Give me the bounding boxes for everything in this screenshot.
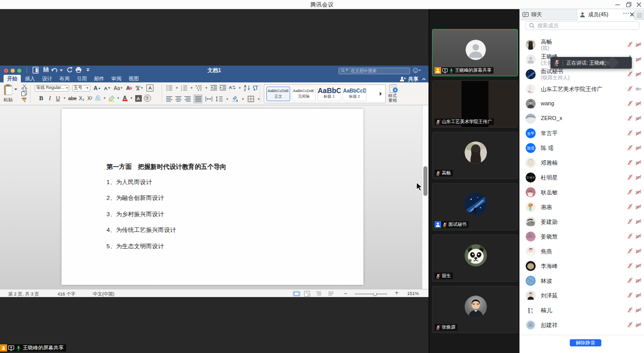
member-row-6[interactable]: 言平常言平 (519, 126, 644, 140)
member-mic-icon[interactable] (627, 71, 633, 77)
tab-chat[interactable]: 聊天 (519, 9, 577, 20)
video-tile-1[interactable]: 山东工艺美术学院王传广 (432, 80, 518, 128)
style-card-标题 1[interactable]: AaBbC标题 1 (317, 86, 341, 101)
member-row-3[interactable]: 山东工艺美术学院王传广 (519, 81, 644, 96)
font-size-select[interactable]: 五号▼ (72, 85, 90, 92)
share-button[interactable]: 共享 (400, 76, 426, 83)
ribbon-tab-3[interactable]: 布局 (56, 75, 73, 82)
multilevel-list-dropdown[interactable]: ▼ (205, 86, 208, 90)
member-mic-icon[interactable] (627, 101, 633, 106)
panel-more-button[interactable]: ··· (623, 11, 630, 16)
text-effects-dropdown[interactable]: ▼ (103, 97, 106, 100)
line-spacing-dropdown[interactable]: ▼ (226, 98, 229, 101)
member-row-5[interactable]: ZERO_x (519, 111, 644, 126)
bold-button[interactable]: B (38, 95, 45, 102)
member-row-10[interactable]: 耿岳敏 (519, 185, 644, 199)
member-row-14[interactable]: 焦燕 (519, 244, 644, 258)
phonetic-guide-button[interactable]: abcA▼ (136, 85, 144, 92)
member-row-11[interactable]: 惠惠 (519, 199, 644, 214)
italic-button[interactable]: I (47, 95, 53, 102)
member-mic-icon[interactable] (627, 322, 633, 328)
underline-button[interactable]: U (55, 95, 61, 102)
bullet-list-button[interactable] (166, 84, 173, 91)
style-card-标题 2[interactable]: AaBbCcD标题 2 (343, 86, 366, 101)
member-mic-icon[interactable] (627, 278, 633, 283)
member-mic-icon[interactable] (627, 86, 633, 92)
member-camera-icon[interactable] (635, 160, 641, 166)
numbered-list-button[interactable]: 123 (181, 84, 188, 91)
video-tile-4[interactable]: 留生 (432, 234, 518, 282)
scrollbar-track[interactable] (422, 105, 428, 289)
style-card-正文[interactable]: AaBbCcDdE正文 (266, 86, 290, 101)
copy-icon[interactable] (21, 91, 27, 96)
char-shading-button[interactable]: A (135, 95, 142, 102)
align-right-button[interactable] (185, 96, 191, 102)
panel-close-button[interactable] (630, 12, 634, 17)
member-row-12[interactable]: 姜建勋 (519, 214, 644, 229)
member-camera-icon[interactable] (635, 189, 641, 195)
character-border-button[interactable]: A (146, 84, 154, 92)
member-camera-icon[interactable] (635, 101, 641, 107)
member-camera-icon[interactable] (635, 56, 641, 63)
close-button[interactable] (636, 2, 642, 8)
member-row-13[interactable]: 姜晓慧 (519, 229, 644, 244)
clear-format-button[interactable]: A (126, 85, 133, 92)
font-name-select[interactable]: 等线 Regular...▼ (35, 85, 69, 92)
strikethrough-button[interactable]: abe (68, 95, 77, 102)
member-mic-icon[interactable] (627, 219, 633, 224)
member-row-0[interactable]: 高畅(我) (519, 37, 644, 52)
ribbon-tab-5[interactable]: 邮件 (90, 75, 108, 82)
unmute-button[interactable]: 解除静音 (570, 339, 601, 346)
status-language[interactable]: 中文(中国) (93, 291, 114, 298)
text-effects-button[interactable]: A (95, 95, 101, 102)
align-center-button[interactable] (175, 96, 181, 102)
highlight-dropdown[interactable]: ▼ (117, 97, 120, 100)
member-mic-icon[interactable] (627, 307, 633, 313)
member-camera-icon[interactable] (635, 307, 641, 313)
member-mic-icon[interactable] (627, 204, 633, 210)
paste-button[interactable] (4, 84, 14, 96)
member-camera-icon[interactable] (635, 248, 641, 254)
member-mic-icon[interactable] (627, 42, 633, 47)
member-row-4[interactable]: wang (519, 96, 644, 111)
scrollbar-thumb[interactable] (423, 166, 427, 196)
word-search-box[interactable]: 在文档中搜索 (339, 68, 410, 74)
shading-button[interactable] (232, 96, 238, 102)
superscript-button[interactable]: X² (87, 95, 93, 102)
view-web-button[interactable] (327, 291, 334, 297)
font-color-dropdown[interactable]: ▼ (130, 97, 133, 100)
member-camera-icon[interactable] (635, 233, 641, 240)
member-row-19[interactable]: 彭建祥 (519, 317, 644, 332)
gallery-more-arrow[interactable] (379, 92, 382, 96)
member-row-15[interactable]: 李海峰 (519, 258, 644, 273)
member-mic-icon[interactable] (627, 145, 633, 151)
member-camera-icon[interactable] (635, 42, 641, 48)
member-search-input[interactable]: 搜索成员 (525, 21, 639, 30)
ribbon-tab-0[interactable]: 开始 (4, 75, 21, 82)
panel-handle[interactable] (634, 10, 644, 20)
asian-layout-dropdown[interactable]: ▼ (238, 86, 241, 90)
member-camera-icon[interactable] (635, 278, 641, 284)
member-camera-icon[interactable] (635, 145, 641, 151)
member-mic-icon[interactable] (627, 160, 633, 165)
member-camera-icon[interactable] (635, 204, 641, 210)
member-camera-icon[interactable] (635, 219, 641, 225)
member-camera-icon[interactable] (635, 130, 641, 136)
zoom-level[interactable]: 151% (407, 291, 419, 296)
increase-indent-button[interactable] (220, 84, 226, 91)
ribbon-tab-6[interactable]: 审阅 (108, 75, 125, 82)
bullet-list-dropdown[interactable]: ▼ (175, 86, 178, 90)
member-mic-icon[interactable] (627, 189, 633, 195)
ribbon-tab-4[interactable]: 引用 (73, 75, 90, 82)
subscript-button[interactable]: X₂ (79, 95, 85, 102)
view-draft-button[interactable] (293, 291, 300, 297)
video-tile-3[interactable]: 面试秘书 (432, 183, 518, 230)
member-mic-icon[interactable] (627, 130, 633, 136)
minimize-button[interactable] (615, 2, 621, 8)
member-row-2[interactable]: 面试秘书(联席主持人) (519, 67, 644, 81)
style-card-无间隔[interactable]: AaBbCcDdE无间隔 (292, 86, 316, 101)
video-tile-0[interactable]: 王晓峰的屏幕共享 (432, 29, 518, 76)
member-camera-icon[interactable] (635, 263, 641, 269)
shading-dropdown[interactable]: ▼ (241, 98, 244, 101)
font-color-button[interactable]: A (122, 95, 128, 102)
